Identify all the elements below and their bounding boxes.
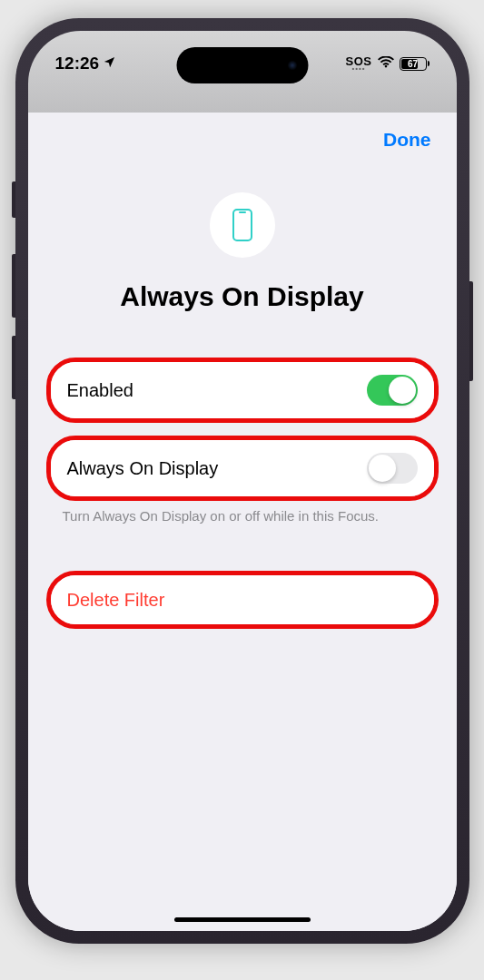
dynamic-island — [176, 47, 308, 83]
aod-label: Always On Display — [67, 458, 219, 479]
sos-indicator: SOS •••• — [346, 55, 372, 73]
enabled-group: Enabled — [46, 358, 439, 423]
delete-filter-row[interactable]: Delete Filter — [51, 575, 434, 624]
page-title: Always On Display — [46, 281, 439, 312]
enabled-row[interactable]: Enabled — [51, 362, 434, 418]
silent-switch — [12, 181, 15, 218]
highlight-ring-delete: Delete Filter — [46, 571, 439, 629]
feature-icon-circle — [210, 192, 275, 258]
power-button — [469, 281, 473, 381]
svg-rect-1 — [239, 211, 246, 213]
delete-filter-label: Delete Filter — [67, 590, 165, 611]
aod-footer-text: Turn Always On Display on or off while i… — [46, 501, 439, 524]
highlight-ring-enabled: Enabled — [46, 358, 439, 423]
highlight-ring-aod: Always On Display — [46, 436, 439, 501]
enabled-label: Enabled — [67, 380, 133, 401]
toggle-knob — [389, 377, 416, 404]
nav-bar: Done — [46, 113, 439, 165]
volume-up-button — [12, 254, 15, 318]
svg-rect-0 — [233, 210, 252, 240]
enabled-toggle[interactable] — [367, 375, 418, 406]
aod-group: Always On Display Turn Always On Display… — [46, 436, 439, 524]
phone-icon — [232, 209, 252, 241]
status-right: SOS •••• 67 — [346, 55, 430, 73]
aod-toggle[interactable] — [367, 453, 418, 484]
aod-row[interactable]: Always On Display — [51, 440, 434, 496]
delete-group: Delete Filter — [46, 571, 439, 629]
toggle-knob — [369, 455, 396, 482]
location-icon — [103, 54, 116, 74]
wifi-icon — [378, 56, 394, 72]
battery-icon: 67 — [400, 57, 430, 71]
status-left: 12:26 — [55, 54, 117, 74]
header-section: Always On Display — [46, 165, 439, 358]
home-indicator[interactable] — [174, 917, 311, 922]
phone-frame: 12:26 SOS •••• 67 — [15, 18, 469, 944]
screen: 12:26 SOS •••• 67 — [28, 31, 457, 931]
screen-content: Done Always On Display Enabled — [28, 113, 457, 931]
status-time: 12:26 — [55, 54, 100, 74]
volume-down-button — [12, 336, 15, 399]
done-button[interactable]: Done — [383, 129, 431, 151]
